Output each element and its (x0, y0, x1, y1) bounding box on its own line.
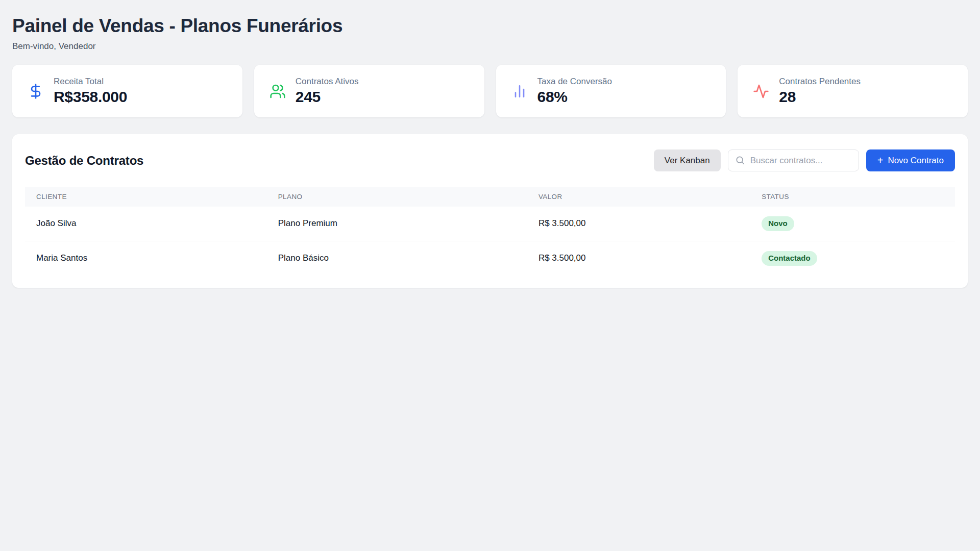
column-header-valor: VALOR (527, 187, 750, 207)
stat-value: R$358.000 (54, 88, 127, 106)
stats-row: Receita Total R$358.000 Contratos Ativos… (12, 65, 968, 117)
stat-value: 28 (779, 88, 861, 106)
stat-label: Taxa de Conversão (537, 77, 612, 87)
cell-status: Contactado (750, 241, 955, 275)
ver-kanban-button[interactable]: Ver Kanban (654, 149, 721, 171)
stat-card-contratos-ativos: Contratos Ativos 245 (254, 65, 484, 117)
stat-card-receita-total: Receita Total R$358.000 (12, 65, 242, 117)
bar-chart-icon (511, 83, 528, 99)
page-title: Painel de Vendas - Planos Funerários (12, 15, 968, 37)
contracts-card-header: Gestão de Contratos Ver Kanban + Novo Co… (12, 134, 968, 187)
novo-contrato-label: Novo Contrato (888, 156, 944, 166)
stat-card-taxa-conversao: Taxa de Conversão 68% (496, 65, 726, 117)
contracts-card: Gestão de Contratos Ver Kanban + Novo Co… (12, 134, 968, 288)
contracts-table: CLIENTE PLANO VALOR STATUS João Silva Pl… (25, 187, 955, 276)
dashboard-page: Painel de Vendas - Planos Funerários Bem… (0, 0, 980, 298)
cell-status: Novo (750, 207, 955, 241)
search-box (728, 149, 859, 171)
cell-valor: R$ 3.500,00 (527, 207, 750, 241)
status-badge: Contactado (762, 251, 817, 266)
cell-plano: Plano Básico (267, 241, 527, 275)
cell-cliente: Maria Santos (25, 241, 267, 275)
column-header-cliente: CLIENTE (25, 187, 267, 207)
stat-text: Contratos Pendentes 28 (779, 77, 861, 106)
contracts-controls: Ver Kanban + Novo Contrato (654, 149, 955, 171)
table-row: João Silva Plano Premium R$ 3.500,00 Nov… (25, 207, 955, 241)
users-icon (270, 83, 286, 99)
stat-text: Taxa de Conversão 68% (537, 77, 612, 106)
cell-plano: Plano Premium (267, 207, 527, 241)
stat-text: Contratos Ativos 245 (296, 77, 359, 106)
stat-card-contratos-pendentes: Contratos Pendentes 28 (738, 65, 968, 117)
dollar-sign-icon (28, 83, 44, 99)
table-row: Maria Santos Plano Básico R$ 3.500,00 Co… (25, 241, 955, 275)
plus-icon: + (877, 155, 884, 165)
cell-cliente: João Silva (25, 207, 267, 241)
contracts-table-wrap: CLIENTE PLANO VALOR STATUS João Silva Pl… (12, 187, 968, 276)
search-input[interactable] (728, 149, 859, 171)
stat-label: Contratos Ativos (296, 77, 359, 87)
stat-value: 68% (537, 88, 612, 106)
welcome-text: Bem-vindo, Vendedor (12, 41, 968, 52)
stat-text: Receita Total R$358.000 (54, 77, 127, 106)
novo-contrato-button[interactable]: + Novo Contrato (866, 149, 955, 171)
stat-value: 245 (296, 88, 359, 106)
stat-label: Receita Total (54, 77, 127, 87)
stat-label: Contratos Pendentes (779, 77, 861, 87)
column-header-plano: PLANO (267, 187, 527, 207)
status-badge: Novo (762, 216, 794, 231)
cell-valor: R$ 3.500,00 (527, 241, 750, 275)
column-header-status: STATUS (750, 187, 955, 207)
activity-icon (753, 83, 769, 99)
table-header-row: CLIENTE PLANO VALOR STATUS (25, 187, 955, 207)
section-title: Gestão de Contratos (25, 154, 143, 168)
